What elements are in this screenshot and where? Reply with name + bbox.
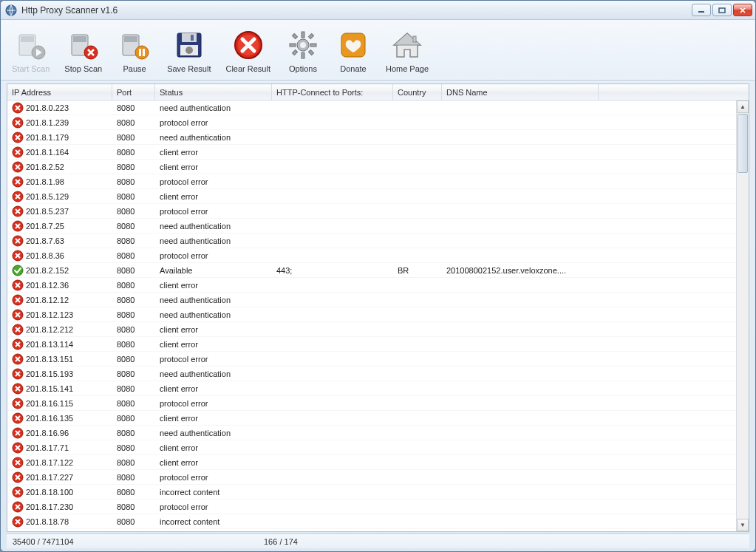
- result-row[interactable]: 201.8.16.1158080protocol error: [7, 396, 736, 411]
- cell-status: client error: [155, 440, 272, 454]
- result-row[interactable]: 201.8.12.1238080need authentication: [7, 307, 736, 322]
- result-row[interactable]: 201.8.1.1648080client error: [7, 145, 736, 160]
- result-row[interactable]: 201.8.16.968080need authentication: [7, 426, 736, 440]
- col-header-ip[interactable]: IP Address: [7, 84, 112, 100]
- statusbar: 35400 / 7471104 166 / 174: [7, 534, 749, 548]
- cell-country: [393, 514, 442, 528]
- result-row[interactable]: 201.8.16.1358080client error: [7, 411, 736, 426]
- result-row[interactable]: 201.8.1.988080protocol error: [7, 174, 736, 189]
- cell-port: 8080: [112, 219, 155, 233]
- cell-dns: [442, 322, 599, 336]
- cell-dns: [442, 381, 599, 395]
- maximize-button[interactable]: [712, 4, 732, 16]
- cell-port: 8080: [112, 396, 155, 410]
- result-row[interactable]: 201.8.2.1528080Available443;BR2010080021…: [7, 263, 736, 278]
- result-row[interactable]: 201.8.1.2398080protocol error: [7, 115, 736, 130]
- result-row[interactable]: 201.8.17.2278080protocol error: [7, 470, 736, 485]
- cell-status: protocol error: [155, 470, 272, 484]
- result-row[interactable]: 201.8.17.2308080protocol error: [7, 500, 736, 514]
- cell-http: [272, 174, 393, 188]
- donate-button[interactable]: Donate: [332, 24, 375, 77]
- cell-status: need authentication: [155, 426, 272, 440]
- cell-dns: [442, 248, 599, 262]
- options-button[interactable]: Options: [282, 24, 324, 77]
- cell-dns: [442, 100, 599, 115]
- cell-country: [393, 440, 442, 454]
- result-row[interactable]: 201.8.18.788080incorrect content: [7, 514, 736, 529]
- window-controls: [692, 4, 752, 16]
- home-page-icon: [389, 27, 425, 63]
- result-row[interactable]: 201.8.17.1228080client error: [7, 455, 736, 470]
- window-title: Http Proxy Scanner v1.6: [21, 5, 692, 16]
- close-button[interactable]: [733, 4, 752, 16]
- cell-ip: 201.8.17.230: [7, 500, 112, 514]
- cell-ip: 201.8.1.239: [7, 115, 112, 129]
- cell-http: 443;: [272, 263, 393, 277]
- col-header-http[interactable]: HTTP-Connect to Ports:: [272, 84, 393, 100]
- result-row[interactable]: 201.8.18.1008080incorrect content: [7, 485, 736, 500]
- cell-ip: 201.8.7.25: [7, 219, 112, 233]
- minimize-button[interactable]: [692, 4, 711, 16]
- cell-http: [272, 440, 393, 454]
- grid-body[interactable]: 201.8.0.2238080need authentication201.8.…: [7, 100, 736, 531]
- cell-http: [272, 293, 393, 307]
- cell-country: [393, 145, 442, 159]
- result-row[interactable]: 201.8.2.528080client error: [7, 160, 736, 174]
- col-header-dns[interactable]: DNS Name: [442, 84, 599, 100]
- pause-icon: [117, 27, 152, 63]
- cell-port: 8080: [112, 337, 155, 351]
- col-header-status[interactable]: Status: [155, 84, 272, 100]
- result-row[interactable]: 201.8.1.1798080need authentication: [7, 130, 736, 145]
- clear-result-button[interactable]: Clear Result: [222, 24, 274, 77]
- svg-rect-16: [182, 33, 197, 42]
- result-row[interactable]: 201.8.13.1148080client error: [7, 337, 736, 352]
- cell-http: [272, 248, 393, 262]
- result-row[interactable]: 201.8.0.2238080need authentication: [7, 100, 736, 115]
- save-result-button[interactable]: Save Result: [163, 24, 214, 77]
- main-window: Http Proxy Scanner v1.6 Start ScanStop S…: [0, 0, 756, 552]
- cell-status: need authentication: [155, 234, 272, 248]
- col-header-country[interactable]: Country: [393, 84, 442, 100]
- error-icon: [12, 176, 24, 188]
- cell-ip: 201.8.12.36: [7, 278, 112, 292]
- scroll-up-arrow[interactable]: ▲: [737, 100, 749, 113]
- cell-status: need authentication: [155, 367, 272, 381]
- ok-icon: [12, 265, 24, 276]
- stop-scan-button[interactable]: Stop Scan: [61, 24, 106, 77]
- result-row[interactable]: 201.8.7.258080need authentication: [7, 219, 736, 234]
- error-icon: [12, 353, 24, 365]
- cell-port: 8080: [112, 322, 155, 336]
- result-row[interactable]: 201.8.13.1518080protocol error: [7, 352, 736, 367]
- result-row[interactable]: 201.8.12.128080need authentication: [7, 293, 736, 307]
- result-row[interactable]: 201.8.7.638080need authentication: [7, 234, 736, 248]
- cell-ip: 201.8.2.152: [7, 263, 112, 277]
- result-row[interactable]: 201.8.5.1298080client error: [7, 189, 736, 204]
- cell-http: [272, 322, 393, 336]
- vertical-scrollbar[interactable]: ▲ ▼: [736, 100, 749, 531]
- error-icon: [12, 279, 24, 291]
- error-icon: [12, 501, 24, 513]
- cell-status: client error: [155, 145, 272, 159]
- scroll-down-arrow[interactable]: ▼: [737, 519, 749, 531]
- result-row[interactable]: 201.8.15.1938080need authentication: [7, 367, 736, 381]
- result-row[interactable]: 201.8.15.1418080client error: [7, 381, 736, 396]
- error-icon: [12, 132, 24, 143]
- cell-ip: 201.8.5.237: [7, 204, 112, 218]
- result-row[interactable]: 201.8.8.368080protocol error: [7, 248, 736, 263]
- result-row[interactable]: 201.8.12.368080client error: [7, 278, 736, 293]
- scroll-thumb[interactable]: [738, 114, 748, 173]
- pause-button[interactable]: Pause: [113, 24, 156, 77]
- col-header-port[interactable]: Port: [112, 84, 155, 100]
- cell-dns: [442, 130, 599, 144]
- cell-status: protocol error: [155, 248, 272, 262]
- options-icon: [285, 27, 321, 63]
- cell-ip: 201.8.17.227: [7, 470, 112, 484]
- result-row[interactable]: 201.8.17.718080client error: [7, 440, 736, 455]
- cell-country: [393, 337, 442, 351]
- result-row[interactable]: 201.8.12.2128080client error: [7, 322, 736, 337]
- result-row[interactable]: 201.8.5.2378080protocol error: [7, 204, 736, 219]
- status-progress: 35400 / 7471104: [7, 534, 258, 548]
- svg-rect-31: [292, 50, 297, 55]
- cell-port: 8080: [112, 426, 155, 440]
- home-page-button[interactable]: Home Page: [382, 24, 432, 77]
